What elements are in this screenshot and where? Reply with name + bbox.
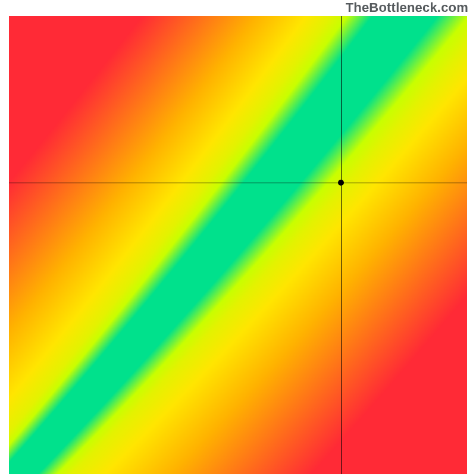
watermark-text: TheBottleneck.com — [346, 0, 468, 15]
crosshair-vertical — [341, 16, 342, 474]
bottleneck-heatmap: TheBottleneck.com — [0, 0, 476, 476]
crosshair-marker — [338, 180, 344, 186]
crosshair-horizontal — [9, 183, 467, 183]
heatmap-canvas — [9, 16, 467, 474]
